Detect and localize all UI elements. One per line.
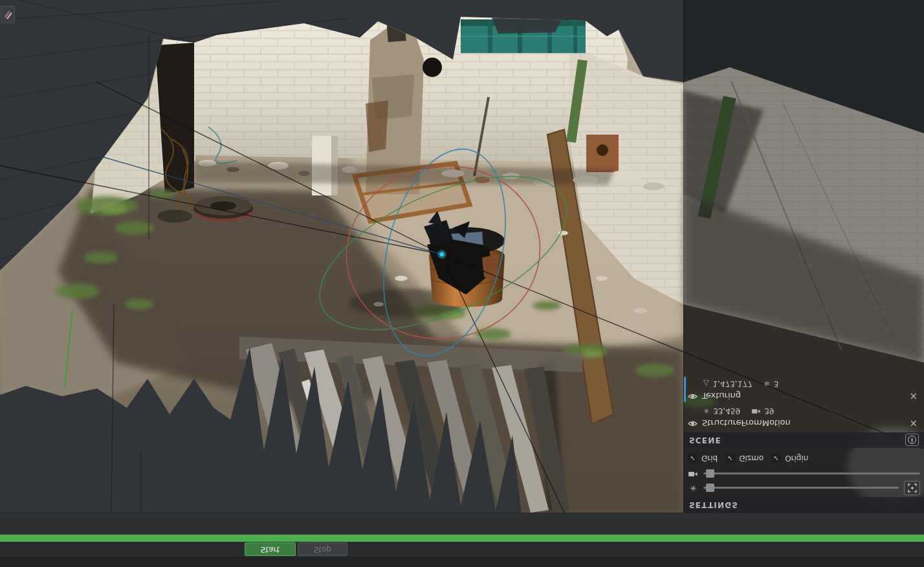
settings-header-label: SETTINGS	[689, 500, 738, 509]
taskbar: Start Stop	[0, 542, 924, 557]
media-row: Texturing ×	[688, 390, 918, 402]
visibility-eye-icon[interactable]	[688, 418, 698, 428]
cameras-count: 39	[764, 406, 774, 416]
toggle-origin[interactable]: ✓ Origin	[771, 454, 808, 463]
inspector-3d-panel: SETTINGS ✳	[683, 0, 924, 513]
camera-scale-slider[interactable]	[703, 473, 920, 475]
start-button[interactable]: Start	[245, 542, 296, 556]
scene-section-header[interactable]: SCENE i	[684, 432, 924, 448]
camera-scale-slider-row	[688, 467, 920, 481]
application-window: SETTINGS ✳	[0, 0, 924, 567]
center-focus-icon	[908, 484, 917, 493]
panel-empty-area	[684, 0, 924, 377]
toggle-origin-label: Origin	[785, 454, 808, 463]
viewer-settings-controls: ✳	[684, 448, 924, 497]
features-count: 33,459	[713, 406, 740, 416]
toggle-grid[interactable]: ✓ Grid	[688, 454, 718, 463]
camera-scale-slider-handle[interactable]	[706, 470, 714, 478]
check-icon: ✓	[771, 454, 781, 463]
check-icon: ✓	[725, 454, 735, 463]
progress-bar-fill	[0, 535, 924, 542]
fit-view-button[interactable]	[904, 481, 920, 495]
textures-count: 3	[774, 379, 779, 388]
menubar-strip	[0, 557, 924, 567]
toggle-gizmo[interactable]: ✓ Gizmo	[725, 454, 764, 463]
toggle-gizmo-label: Gizmo	[739, 454, 764, 463]
camera-point	[440, 252, 445, 257]
display-toggles: ✓ Grid ✓ Gizmo ✓ Origin	[688, 451, 920, 465]
info-button[interactable]: i	[905, 434, 919, 447]
inspector-flipped-content: SETTINGS ✳	[684, 0, 924, 513]
faces-count: 1,473,177	[712, 379, 752, 388]
close-icon[interactable]: ×	[909, 391, 918, 401]
scene-header-label: SCENE	[689, 436, 721, 445]
media-stats: △ 1,473,177 ≋ 3	[688, 378, 918, 390]
settings-section-header[interactable]: SETTINGS	[684, 497, 924, 513]
close-icon[interactable]: ×	[909, 418, 918, 428]
media-item-structurefrommotion[interactable]: StructureFromMotion × ✳ 33,459 39	[684, 404, 924, 429]
features-icon: ✳	[688, 484, 698, 493]
point-size-slider-handle[interactable]	[706, 484, 714, 493]
texture-icon: ≋	[764, 380, 770, 388]
info-icon: i	[908, 436, 916, 445]
stop-button[interactable]: Stop	[298, 542, 347, 556]
media-library: StructureFromMotion × ✳ 33,459 39	[684, 377, 924, 432]
graph-area-strip	[0, 513, 924, 535]
selection-indicator	[684, 377, 686, 402]
point-size-slider-row: ✳	[688, 481, 920, 495]
media-label: Texturing	[702, 391, 741, 401]
check-icon: ✓	[688, 454, 698, 463]
toggle-grid-label: Grid	[701, 454, 718, 463]
visibility-eye-icon[interactable]	[688, 391, 698, 401]
media-row: StructureFromMotion ×	[688, 417, 918, 429]
panel-toggle-button[interactable]	[1, 6, 15, 23]
media-label: StructureFromMotion	[702, 418, 791, 428]
point-size-slider[interactable]	[703, 487, 899, 489]
media-stats: ✳ 33,459 39	[688, 405, 918, 417]
faces-icon: △	[703, 380, 709, 388]
wall-hole	[423, 58, 442, 77]
progress-bar	[0, 535, 924, 542]
features-icon: ✳	[703, 407, 709, 416]
media-item-texturing[interactable]: Texturing × △ 1,473,177 ≋ 3	[684, 377, 924, 402]
stripes-icon	[4, 9, 12, 20]
camera-icon	[752, 407, 760, 416]
camera-icon	[688, 469, 698, 478]
